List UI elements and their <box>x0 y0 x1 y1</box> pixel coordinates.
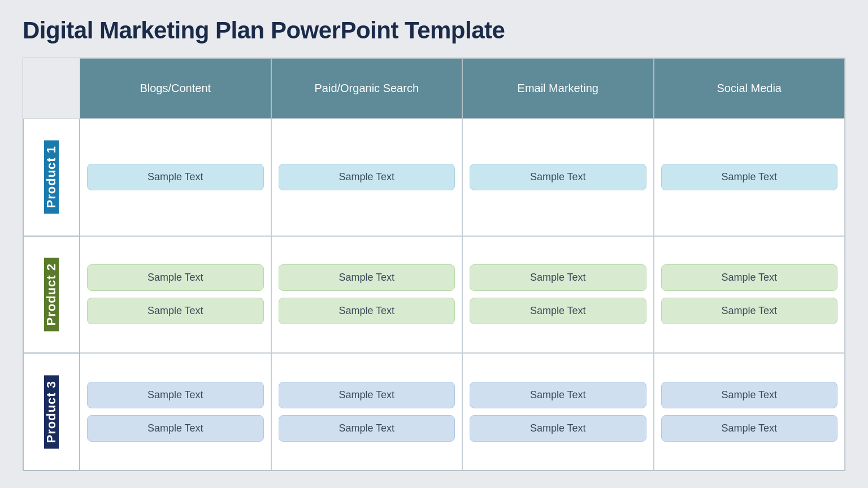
cell-p2-social: Sample Text Sample Text <box>654 236 845 354</box>
pill-p2-search-1[interactable]: Sample Text <box>279 264 455 291</box>
pill-p3-email-1[interactable]: Sample Text <box>470 382 646 408</box>
cell-p1-email: Sample Text <box>462 119 654 236</box>
pill-p3-blogs-1[interactable]: Sample Text <box>87 382 264 408</box>
header-search: Paid/Organic Search <box>271 58 463 119</box>
cell-p1-search: Sample Text <box>271 119 463 236</box>
marketing-table: Blogs/Content Paid/Organic Search Email … <box>23 58 845 471</box>
header-empty <box>23 58 80 119</box>
cell-p3-blogs: Sample Text Sample Text <box>80 353 271 470</box>
pill-p2-search-2[interactable]: Sample Text <box>279 298 455 324</box>
pill-p2-blogs-2[interactable]: Sample Text <box>87 298 264 324</box>
header-email: Email Marketing <box>462 58 654 119</box>
cell-p2-blogs: Sample Text Sample Text <box>80 236 271 354</box>
pill-p1-blogs-1[interactable]: Sample Text <box>87 164 264 190</box>
cell-p3-search: Sample Text Sample Text <box>271 353 463 470</box>
pill-p3-social-2[interactable]: Sample Text <box>661 415 838 442</box>
row-label-product1: Product 1 <box>23 119 80 236</box>
pill-p2-blogs-1[interactable]: Sample Text <box>87 264 264 291</box>
cell-p2-search: Sample Text Sample Text <box>271 236 463 354</box>
pill-p1-search-1[interactable]: Sample Text <box>279 164 455 190</box>
pill-p2-email-1[interactable]: Sample Text <box>470 264 646 291</box>
pill-p2-social-1[interactable]: Sample Text <box>661 264 838 291</box>
pill-p3-search-1[interactable]: Sample Text <box>279 382 455 408</box>
cell-p1-blogs: Sample Text <box>80 119 271 236</box>
cell-p3-email: Sample Text Sample Text <box>462 353 654 470</box>
row-label-product3: Product 3 <box>23 353 80 470</box>
header-social: Social Media <box>654 58 845 119</box>
pill-p3-social-1[interactable]: Sample Text <box>661 382 838 408</box>
pill-p1-social-1[interactable]: Sample Text <box>661 164 838 190</box>
page-title: Digital Marketing Plan PowerPoint Templa… <box>23 17 845 44</box>
product3-label: Product 3 <box>44 375 59 448</box>
cell-p1-social: Sample Text <box>654 119 845 236</box>
pill-p3-email-2[interactable]: Sample Text <box>470 415 646 442</box>
cell-p3-social: Sample Text Sample Text <box>654 353 845 470</box>
cell-p2-email: Sample Text Sample Text <box>462 236 654 354</box>
pill-p1-email-1[interactable]: Sample Text <box>470 164 646 190</box>
row-label-product2: Product 2 <box>23 236 80 354</box>
header-blogs: Blogs/Content <box>80 58 271 119</box>
pill-p2-social-2[interactable]: Sample Text <box>661 298 838 324</box>
pill-p3-search-2[interactable]: Sample Text <box>279 415 455 442</box>
product2-label: Product 2 <box>44 258 59 331</box>
product1-label: Product 1 <box>44 140 59 213</box>
pill-p2-email-2[interactable]: Sample Text <box>470 298 646 324</box>
pill-p3-blogs-2[interactable]: Sample Text <box>87 415 264 442</box>
